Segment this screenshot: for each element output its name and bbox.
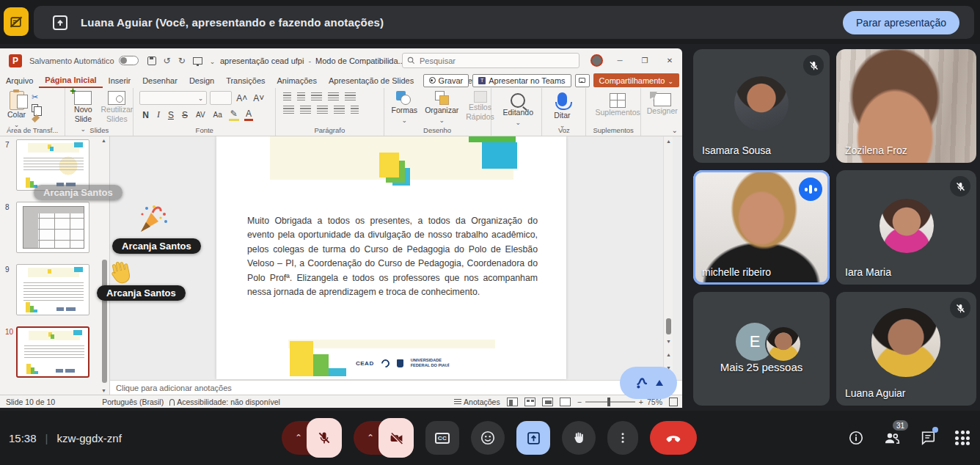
font-size-select[interactable] [210, 91, 232, 105]
undo-icon[interactable] [164, 56, 171, 66]
slide-8-thumbnail[interactable] [16, 202, 89, 253]
slideshow-view-button[interactable] [560, 398, 571, 406]
font-name-select[interactable] [139, 91, 207, 105]
change-case-button[interactable]: Aa [212, 111, 224, 119]
tile-overflow-more-people[interactable]: E Mais 25 pessoas [693, 292, 830, 406]
arrange-button[interactable]: Organizar [425, 91, 458, 125]
shapes-button[interactable]: Formas [392, 91, 418, 125]
chat-panel-button[interactable] [920, 430, 936, 446]
zoom-slider-thumb[interactable] [607, 398, 610, 406]
line-spacing-icon[interactable] [345, 92, 356, 100]
redo-icon[interactable] [178, 56, 186, 66]
align-right-icon[interactable] [317, 106, 328, 114]
underline-button[interactable]: S [167, 110, 175, 120]
cut-icon[interactable]: ✂ [32, 92, 40, 102]
customize-toolbar-chevron-icon[interactable] [210, 56, 216, 66]
scroll-up-icon[interactable]: ▲ [666, 139, 671, 144]
comments-button[interactable] [575, 74, 590, 87]
bullets-icon[interactable] [283, 92, 291, 100]
normal-view-button[interactable] [507, 398, 518, 406]
align-center-icon[interactable] [300, 106, 311, 114]
mic-toggle-button[interactable] [307, 418, 342, 458]
dictate-button[interactable]: Ditar [554, 92, 570, 130]
leave-call-button[interactable] [650, 421, 697, 455]
reading-view-button[interactable] [542, 398, 553, 406]
tab-apresentacao[interactable]: Apresentação de Slides [323, 73, 420, 88]
numbering-icon[interactable] [297, 92, 305, 100]
italic-button[interactable]: I [156, 109, 161, 120]
tab-design[interactable]: Design [183, 73, 220, 88]
collapse-ribbon-chevron-icon[interactable]: ⌄ [672, 126, 678, 134]
activities-apps-button[interactable] [955, 431, 970, 445]
account-avatar[interactable] [590, 54, 603, 67]
font-color-button[interactable]: A [244, 109, 253, 121]
present-screen-button[interactable] [516, 421, 550, 455]
copy-icon[interactable] [32, 104, 38, 112]
highlight-button[interactable]: ✎ [229, 109, 239, 121]
tab-inserir[interactable]: Inserir [103, 73, 137, 88]
scroll-up-icon[interactable]: ▲ [101, 138, 106, 143]
accessibility-status[interactable]: Acessibilidade: não disponível [169, 398, 280, 406]
tab-desenhar[interactable]: Desenhar [136, 73, 183, 88]
scroll-down-icon[interactable]: ▼ [666, 339, 671, 344]
captions-button[interactable]: CC [425, 421, 459, 455]
indent-decrease-icon[interactable] [311, 92, 322, 100]
tile-michelle-ribeiro[interactable]: michelle ribeiro [693, 170, 830, 285]
share-button[interactable]: Compartilhamento [593, 73, 679, 87]
align-left-icon[interactable] [283, 106, 294, 114]
language-status[interactable]: Português (Brasil) [102, 398, 164, 406]
bold-button[interactable]: N [141, 110, 150, 120]
ppt-search-box[interactable] [402, 53, 579, 68]
scrollbar-thumb[interactable] [666, 318, 671, 334]
grow-font-icon[interactable]: A˄ [235, 93, 249, 103]
tile-zozilena-froz[interactable]: Zozilena Froz [836, 49, 976, 163]
scroll-down-icon[interactable]: ▼ [101, 388, 106, 393]
slide-10-thumbnail-selected[interactable] [16, 326, 89, 378]
raise-hand-button[interactable] [562, 421, 596, 455]
minimize-button[interactable]: ─ [607, 48, 632, 73]
paste-button[interactable]: Colar [7, 91, 26, 129]
slide-7-thumbnail[interactable] [16, 139, 89, 191]
slide-9-thumbnail[interactable] [16, 264, 89, 315]
designer-button[interactable]: Designer [647, 93, 678, 116]
record-button[interactable]: Gravar [423, 74, 469, 87]
tile-iara-maria[interactable]: Iara Maria [836, 170, 976, 285]
people-panel-button[interactable]: 31 [883, 429, 901, 447]
search-input[interactable] [420, 56, 552, 65]
tab-animacoes[interactable]: Animações [271, 73, 323, 88]
annotation-tool-button[interactable] [620, 367, 677, 399]
annotation-app-badge[interactable] [4, 7, 29, 36]
reactions-button[interactable] [471, 421, 505, 455]
present-in-teams-button[interactable]: T Apresentar no Teams [472, 74, 571, 87]
notes-toggle-button[interactable]: Anotações [454, 398, 500, 406]
editing-button[interactable]: Editando [503, 93, 533, 127]
restore-button[interactable]: ❐ [632, 48, 657, 73]
shrink-font-icon[interactable]: A˅ [252, 93, 266, 103]
columns-icon[interactable] [351, 106, 359, 114]
addins-button[interactable]: Suplementos [595, 93, 640, 117]
tile-isamara-sousa[interactable]: Isamara Sousa [693, 49, 830, 163]
justify-icon[interactable] [334, 106, 345, 114]
slide-sorter-view-button[interactable] [524, 398, 535, 406]
char-spacing-button[interactable]: AV [194, 111, 207, 119]
zoom-out-icon[interactable]: − [577, 398, 582, 406]
tile-luana-aguiar[interactable]: Luana Aguiar [836, 292, 976, 406]
camera-toggle-button[interactable] [379, 418, 414, 458]
indent-increase-icon[interactable] [328, 92, 339, 100]
tab-transicoes[interactable]: Transições [220, 73, 271, 88]
current-slide[interactable]: Muito Obrigada a todos os presentes, a t… [216, 136, 566, 379]
slide-scrollbar[interactable]: ▲ ▼ ▲ ▼ [663, 136, 673, 380]
save-icon[interactable] [147, 56, 156, 65]
zoom-slider[interactable] [585, 401, 635, 403]
stop-presenting-button[interactable]: Parar apresentação [843, 11, 959, 34]
tab-arquivo[interactable]: Arquivo [0, 73, 39, 88]
quick-styles-button[interactable]: EstilosRápidos [466, 91, 494, 125]
fit-slide-icon[interactable] [669, 398, 678, 406]
autosave-toggle[interactable] [119, 56, 139, 65]
strikethrough-button[interactable]: S [180, 110, 189, 120]
more-options-button[interactable] [607, 421, 638, 455]
previous-slide-icon[interactable]: ▲ [666, 352, 671, 357]
close-button[interactable]: ✕ [657, 48, 682, 73]
meeting-details-button[interactable] [848, 430, 864, 446]
notes-bar[interactable]: Clique para adicionar anotações [110, 380, 682, 395]
